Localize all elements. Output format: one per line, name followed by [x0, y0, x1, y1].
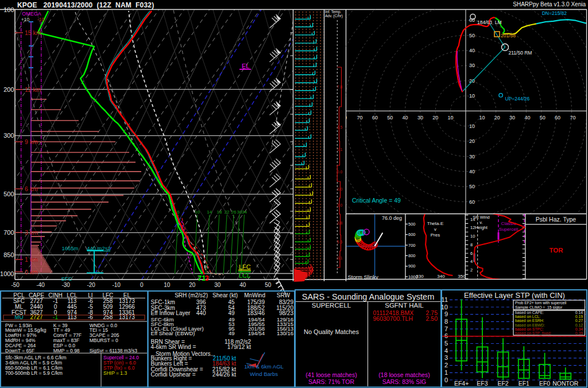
- svg-text:440 m2s2: 440 m2s2: [87, 245, 111, 251]
- svg-text:30: 30: [417, 115, 423, 121]
- svg-text:EF4+: EF4+: [454, 380, 469, 387]
- svg-text:850: 850: [3, 251, 14, 258]
- svg-text:2: 2: [444, 362, 448, 368]
- svg-text:based on CAPE:: based on CAPE:: [515, 311, 544, 315]
- svg-text:SGFNT HAIL: SGFNT HAIL: [385, 302, 424, 309]
- svg-text:49: 49: [228, 310, 235, 316]
- svg-text:NONTOR: NONTOR: [552, 380, 579, 387]
- svg-text:EL: EL: [242, 63, 249, 69]
- svg-text:70: 70: [570, 115, 575, 121]
- svg-text:194/54: 194/54: [248, 330, 265, 336]
- svg-text:+10: +10: [21, 17, 30, 22]
- svg-text:Wind Barbs: Wind Barbs: [250, 371, 278, 377]
- svg-text:96030700.TLH: 96030700.TLH: [373, 315, 413, 322]
- svg-text:DN=215/82: DN=215/82: [542, 10, 567, 16]
- svg-text:KPOE 20190413/2000 (12Z NA: KPOE 20190413/2000 (12Z NAM F032): [17, 1, 154, 9]
- svg-text:0.14: 0.14: [575, 311, 583, 315]
- svg-text:Supercell: Supercell: [499, 227, 519, 232]
- svg-text:50: 50: [469, 184, 475, 189]
- svg-text:v: v: [434, 227, 436, 232]
- svg-text:10: 10: [164, 282, 171, 288]
- svg-text:-50: -50: [11, 282, 20, 288]
- svg-text:50: 50: [265, 282, 272, 288]
- svg-text:UP=244/26: UP=244/26: [505, 96, 530, 102]
- svg-text:10: 10: [479, 115, 485, 121]
- svg-text:10: 10: [195, 209, 200, 215]
- svg-text:30: 30: [469, 154, 475, 160]
- svg-text:10: 10: [469, 93, 475, 99]
- svg-text:76.0 deg: 76.0 deg: [382, 215, 402, 221]
- svg-text:60: 60: [555, 115, 560, 121]
- svg-text:3: 3: [444, 354, 448, 361]
- svg-text:SR Wind: SR Wind: [473, 215, 490, 220]
- svg-text:50: 50: [540, 115, 546, 121]
- svg-text:330: 330: [416, 274, 424, 279]
- svg-text:40: 40: [469, 169, 475, 174]
- svg-text:6: 6: [470, 251, 473, 256]
- svg-text:500: 500: [408, 222, 416, 227]
- svg-text:Sample CLIMO = .15 sigtor: Sample CLIMO = .15 sigtor: [515, 305, 563, 310]
- svg-text:5: 5: [444, 340, 448, 347]
- svg-text:6: 6: [177, 209, 180, 215]
- svg-text:3.0: 3.0: [337, 187, 343, 191]
- svg-text:98/23: 98/23: [279, 310, 293, 316]
- svg-text:20: 20: [189, 282, 196, 288]
- svg-text:EF1: EF1: [519, 380, 529, 387]
- svg-text:LFC: LFC: [239, 263, 251, 270]
- svg-text:8: 8: [444, 318, 448, 325]
- svg-text:0.34: 0.34: [575, 327, 583, 331]
- svg-text:183/46: 183/46: [247, 310, 265, 316]
- svg-text:1 km: 1 km: [25, 256, 38, 263]
- svg-text:440: 440: [196, 310, 206, 316]
- svg-text:TOR: TOR: [549, 247, 563, 254]
- svg-text:4: 4: [444, 347, 448, 354]
- svg-text:11: 11: [442, 296, 448, 303]
- svg-text:211/50 RM: 211/50 RM: [509, 50, 532, 56]
- svg-text:No Quality Matches: No Quality Matches: [304, 328, 359, 335]
- svg-text:0: 0: [444, 377, 448, 383]
- svg-text:v.: v.: [479, 220, 482, 225]
- svg-text:4: 4: [470, 259, 473, 264]
- svg-text:SUPERCELL: SUPERCELL: [312, 302, 351, 309]
- svg-text:3.5: 3.5: [337, 125, 343, 129]
- svg-text:14: 14: [207, 209, 212, 215]
- svg-text:SRH (m2/s2): SRH (m2/s2): [175, 292, 208, 298]
- svg-text:DownT = 65F: DownT = 65F: [5, 348, 34, 354]
- svg-text:10: 10: [441, 304, 448, 311]
- svg-text:SRW: SRW: [277, 292, 291, 298]
- svg-text:244/26 kt: 244/26 kt: [212, 371, 236, 378]
- svg-text:8: 8: [470, 242, 473, 247]
- svg-text:SigSvr = 61138 m3/s3: SigSvr = 61138 m3/s3: [90, 348, 138, 354]
- svg-text:0.39: 0.39: [575, 331, 583, 335]
- svg-text:70: 70: [357, 115, 362, 121]
- svg-text:20: 20: [469, 138, 475, 144]
- svg-text:SARS - Sounding Analogue Syste: SARS - Sounding Analogue System: [302, 292, 435, 301]
- svg-text:MBURST = 0: MBURST = 0: [90, 337, 118, 343]
- svg-text:-30: -30: [61, 282, 70, 288]
- svg-text:15 km: 15 km: [25, 29, 41, 36]
- svg-text:20: 20: [469, 78, 475, 84]
- svg-text:-10: -10: [112, 282, 121, 288]
- svg-text:40: 40: [524, 115, 530, 121]
- svg-text:18: 18: [216, 209, 222, 215]
- svg-text:Theta-E: Theta-E: [427, 221, 443, 226]
- svg-text:600: 600: [408, 232, 416, 237]
- svg-text:0 km: 0 km: [25, 269, 38, 276]
- svg-text:12 km: 12 km: [25, 86, 41, 93]
- svg-text:26: 26: [231, 209, 237, 215]
- svg-text:700: 700: [408, 243, 416, 248]
- svg-text:MMP = 0.98: MMP = 0.98: [53, 348, 80, 354]
- svg-text:9 km: 9 km: [25, 138, 38, 145]
- svg-text:3.8: 3.8: [337, 221, 343, 225]
- svg-text:40: 40: [239, 282, 246, 288]
- svg-text:60: 60: [372, 115, 378, 121]
- svg-text:(41 loose matches): (41 loose matches): [305, 371, 357, 378]
- svg-text:30: 30: [214, 282, 221, 288]
- svg-text:50: 50: [469, 33, 475, 38]
- svg-text:Critical Angle = 49: Critical Angle = 49: [352, 197, 401, 204]
- svg-text:12: 12: [470, 225, 475, 230]
- svg-text:200: 200: [3, 86, 14, 93]
- svg-text:based on LCL:: based on LCL:: [515, 315, 540, 319]
- svg-text:Storm Slinky: Storm Slinky: [348, 274, 379, 280]
- svg-text:(18 loose matches): (18 loose matches): [378, 371, 430, 378]
